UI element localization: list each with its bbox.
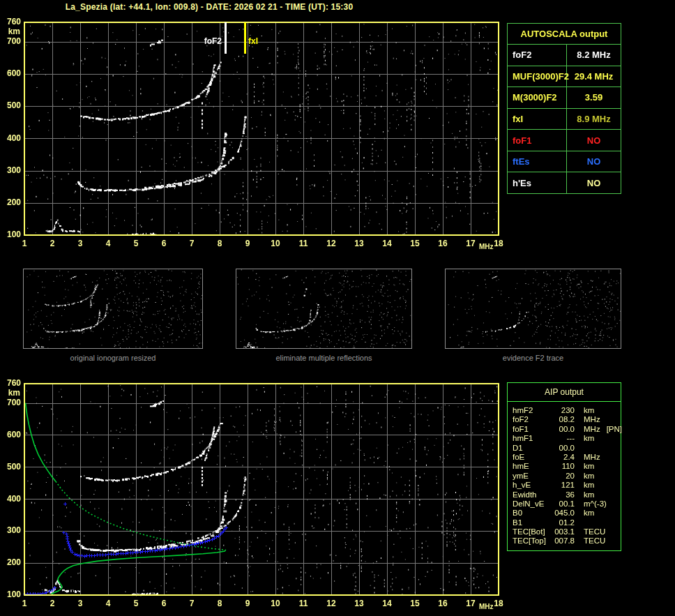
row-value: 00.0 [552,444,575,453]
row-unit: km [584,406,594,415]
thumbnail-original-ionogram [23,269,203,349]
row-value: 00.0 [552,425,575,434]
table-row: ymE20km [513,472,621,481]
row-unit: km [584,434,594,443]
row-label: TEC[Top] [513,536,552,546]
row-label: h_vE [513,481,552,490]
row-value: NO [567,172,621,193]
row-value: 003.1 [552,527,575,536]
aip-output-table: AIP output hmF2230kmfoF208.2MHzfoF100.0M… [507,382,621,551]
row-label: ymE [513,472,552,481]
table-row: foE2.4MHz [513,453,621,462]
row-unit: km [584,509,594,518]
row-label: foF2 [513,415,552,424]
table-row: MUF(3000)F229.4 MHz [508,66,621,88]
row-label: TEC[Bot] [513,527,552,536]
row-unit: MHz [584,415,600,424]
table-row: TEC[Top]007.8TECU [513,536,621,546]
row-value: 3.59 [567,87,621,108]
table-row: hmF1---km [513,434,621,443]
row-value: 8.2 MHz [567,45,621,66]
row-label: hmF1 [513,434,552,443]
row-label: B1 [513,518,552,527]
table-row: hmF2230km [513,406,621,415]
row-value: --- [552,434,575,443]
row-value: 045.0 [552,509,575,518]
row-value: 20 [552,472,575,481]
row-value: 230 [552,406,575,415]
thumb-original-canvas [24,269,202,348]
row-unit: km [584,490,594,499]
row-label: DelN_vE [513,499,552,509]
row-label: foE [513,453,552,462]
autoscala-table-body: foF28.2 MHzMUF(3000)F229.4 MHzM(3000)F23… [508,45,621,193]
table-row: Ewidth36km [513,490,621,499]
row-unit: MHz [584,453,600,462]
table-row: M(3000)F23.59 [508,87,621,109]
autoscala-table-title: AUTOSCALA output [508,24,621,45]
table-row: foF1NO [508,130,621,151]
thumbnail-eliminate-reflections [236,269,412,349]
table-row: foF100.0MHz[PN] [513,425,621,434]
table-row: D100.0 [513,444,621,453]
row-label: foF2 [508,45,567,66]
table-row: fxI8.9 MHz [508,109,621,130]
thumbnail-caption-eliminate: eliminate multiple reflections [236,354,412,362]
row-label: hmE [513,462,552,471]
row-value: 2.4 [552,453,575,462]
row-label: M(3000)F2 [508,87,567,108]
table-row: B101.2 [513,518,621,527]
row-label: h'Es [508,172,567,193]
aip-table-body: hmF2230kmfoF208.2MHzfoF100.0MHz[PN]hmF1-… [508,402,621,546]
row-label: Ewidth [513,490,552,499]
row-value: 29.4 MHz [567,66,621,87]
autoscala-output-table: AUTOSCALA output foF28.2 MHzMUF(3000)F22… [507,23,621,194]
row-label: fxI [508,109,567,130]
row-label: foF1 [508,130,567,151]
row-unit: MHz [584,425,600,434]
row-label: hmF2 [513,406,552,415]
row-value: 8.9 MHz [567,109,621,130]
row-label: MUF(3000)F2 [508,66,567,87]
table-row: h'EsNO [508,172,621,193]
autoscala-ionogram-canvas [0,17,509,260]
aip-ionogram-canvas [0,379,509,616]
row-value: 08.2 [552,415,575,424]
row-unit: km [584,472,594,481]
ionogram-page: La_Spezia (lat: +44.1, lon: 009.8) - DAT… [0,0,675,616]
thumbnail-evidence-f2 [445,269,621,349]
row-value: 36 [552,490,575,499]
row-value: NO [567,151,621,172]
thumb-evidence-canvas [446,269,621,348]
row-unit: km [584,462,594,471]
thumbnail-caption-evidence: evidence F2 trace [445,354,621,362]
row-unit: m^(-3) [584,499,607,509]
row-unit: TECU [584,527,605,536]
table-row: B0045.0km [513,509,621,518]
table-row: h_vE121km [513,481,621,490]
table-row: hmE110km [513,462,621,471]
row-label: D1 [513,444,552,453]
page-title: La_Spezia (lat: +44.1, lon: 009.8) - DAT… [0,2,418,12]
row-label: foF1 [513,425,552,434]
table-row: DelN_vE00.1m^(-3) [513,499,621,509]
thumbnail-caption-original: original ionogram resized [23,354,203,362]
thumb-eliminate-canvas [236,269,411,348]
table-row: foF28.2 MHz [508,45,621,66]
row-note: [PN] [607,425,622,434]
row-value: 01.2 [552,518,575,527]
aip-table-title: AIP output [508,383,621,402]
row-label: ftEs [508,151,567,172]
row-value: NO [567,130,621,151]
table-row: foF208.2MHz [513,415,621,424]
row-unit: km [584,481,594,490]
table-row: TEC[Bot]003.1TECU [513,527,621,536]
table-row: ftEsNO [508,151,621,173]
row-value: 121 [552,481,575,490]
row-value: 00.1 [552,499,575,509]
row-value: 007.8 [552,536,575,546]
row-label: B0 [513,509,552,518]
row-value: 110 [552,462,575,471]
row-unit: TECU [584,536,605,546]
